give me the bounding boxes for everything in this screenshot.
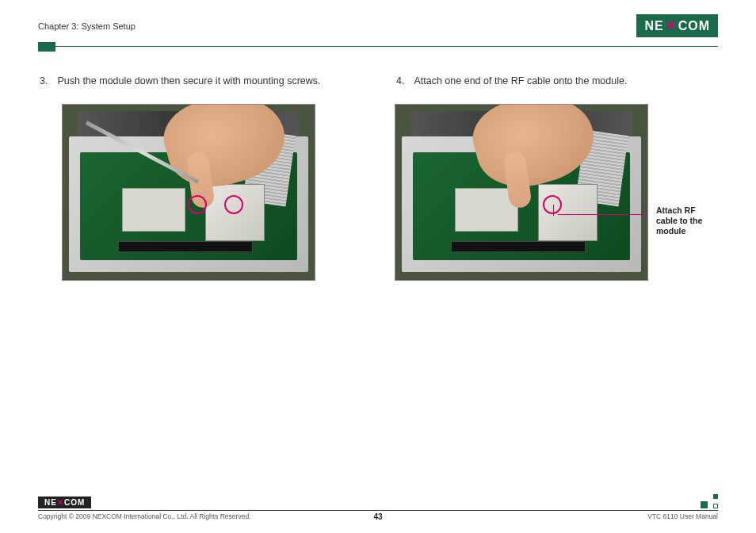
step-4-photo — [395, 104, 648, 281]
rf-connector-highlight-icon — [543, 195, 562, 214]
logo-text-ne: NE — [644, 19, 663, 33]
manual-name: VTC 6110 User Manual — [647, 512, 718, 520]
callout-label: Attach RF cable to the module — [656, 205, 718, 236]
step-4: 4. Attach one end of the RF cable onto t… — [395, 75, 718, 86]
page-footer: NE✕COM Copyright © 2009 NEXCOM Internati… — [38, 494, 718, 520]
left-column: 3. Push the module down then secure it w… — [38, 75, 395, 281]
callout-leader-v-icon — [553, 205, 554, 216]
ornament-sq — [701, 501, 708, 508]
footer-ornament-icon — [701, 494, 718, 508]
page-number: 43 — [373, 512, 382, 521]
rule-accent-block — [38, 42, 55, 52]
ornament-sq — [713, 504, 718, 508]
page-header: Chapter 3: System Setup NE✕COM — [38, 14, 718, 37]
step-3-photo — [62, 104, 315, 281]
footer-logo-com: COM — [64, 498, 85, 507]
footer-logo: NE✕COM — [38, 497, 91, 508]
step-number: 4. — [396, 75, 404, 86]
nexcom-logo: NE✕COM — [636, 14, 718, 37]
copyright-text: Copyright © 2009 NEXCOM International Co… — [38, 512, 250, 520]
header-rule — [38, 40, 718, 52]
logo-x-icon: ✕ — [664, 19, 678, 33]
right-column: 4. Attach one end of the RF cable onto t… — [395, 75, 718, 281]
footer-logo-x-icon: ✕ — [57, 498, 64, 507]
step-3: 3. Push the module down then secure it w… — [38, 75, 395, 86]
callout-leader-h-icon — [558, 214, 648, 215]
footer-top-row: NE✕COM — [38, 494, 718, 511]
step-instruction: Attach one end of the RF cable onto the … — [414, 75, 627, 86]
screw-highlight-2-icon — [224, 195, 243, 214]
step-4-row: Attach RF cable to the module — [395, 104, 718, 281]
screw-highlight-1-icon — [188, 195, 207, 214]
content-area: 3. Push the module down then secure it w… — [38, 75, 718, 281]
footer-bottom-row: Copyright © 2009 NEXCOM International Co… — [38, 512, 718, 520]
chapter-title: Chapter 3: System Setup — [38, 21, 136, 31]
footer-logo-ne: NE — [44, 498, 57, 507]
step-number: 3. — [40, 75, 48, 86]
photo-cf-slot — [122, 188, 185, 232]
ornament-sq — [713, 494, 718, 499]
step-instruction: Push the module down then secure it with… — [57, 75, 320, 86]
photo-edge-connector — [118, 241, 253, 252]
rule-line — [55, 46, 718, 47]
logo-text-com: COM — [678, 19, 710, 33]
photo-edge-connector — [451, 241, 586, 252]
